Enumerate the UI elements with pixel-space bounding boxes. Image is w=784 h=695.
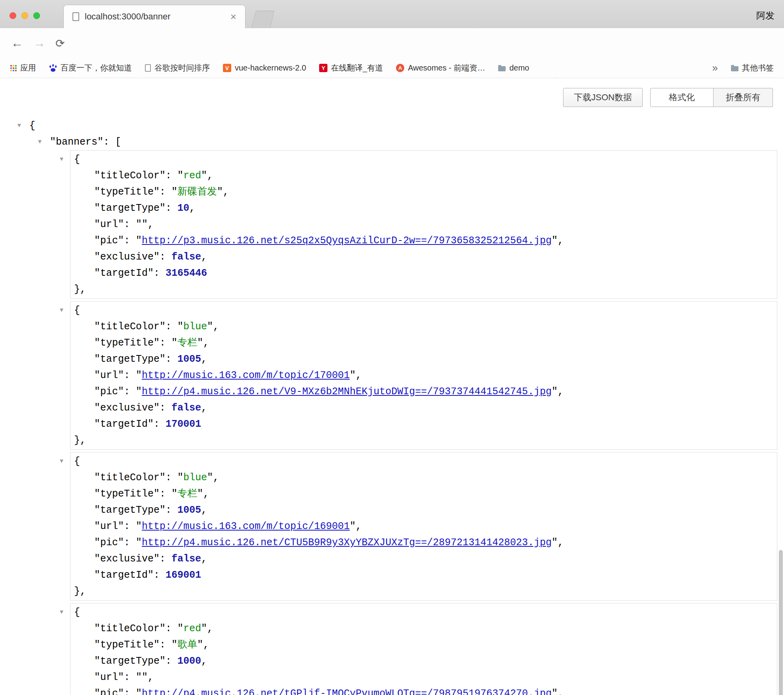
json-property-line: "typeTitle": "新碟首发", (70, 184, 777, 200)
bookmarks-overflow-icon[interactable]: » (712, 62, 718, 74)
bookmark-label: demo (509, 63, 529, 73)
json-property-line: "pic": "http://p4.music.126.net/V9-MXz6b… (70, 384, 777, 400)
json-actions: 下载JSON数据 格式化 折叠所有 (563, 88, 773, 107)
object-open-line: ▼{ (70, 604, 777, 621)
tab-title: localhost:3000/banner (85, 11, 230, 22)
json-property-line: "titleColor": "red", (70, 621, 777, 637)
json-property-line: "url": "http://music.163.com/m/topic/169… (70, 518, 777, 535)
json-link-value[interactable]: http://music.163.com/m/topic/170001 (142, 370, 350, 381)
collapse-toggle-icon[interactable]: ▼ (60, 604, 63, 621)
json-property-line: "targetId": 170001 (70, 416, 777, 432)
json-link-value[interactable]: http://p4.music.126.net/tGPljf-IMOCyPvum… (142, 688, 552, 695)
json-property-line: "pic": "http://p4.music.126.net/CTU5B9R9… (70, 535, 777, 551)
bookmark-label: Awesomes - 前端资… (408, 63, 485, 73)
browser-tab[interactable]: localhost:3000/banner × (63, 5, 245, 28)
bookmark-vue-hackernews[interactable]: V vue-hackernews-2.0 (223, 63, 306, 73)
json-property-line: "typeTitle": "歌单", (70, 637, 777, 653)
close-window-button[interactable] (10, 12, 16, 19)
download-json-button[interactable]: 下载JSON数据 (563, 88, 643, 107)
forward-icon[interactable]: → (33, 28, 46, 58)
json-property-line: "titleColor": "red", (70, 168, 777, 184)
json-property-line: "typeTitle": "专栏", (70, 335, 777, 351)
page-content: 下载JSON数据 格式化 折叠所有 ▼{ ▼"banners": [ ▼{"ti… (0, 78, 784, 695)
banner-object: ▼{"titleColor": "red","typeTitle": "新碟首发… (70, 150, 777, 299)
scrollbar-thumb[interactable] (779, 550, 783, 695)
json-property-line: "pic": "http://p3.music.126.net/s25q2x5Q… (70, 233, 777, 249)
bookmark-youdao-translate[interactable]: Y 在线翻译_有道 (319, 63, 383, 73)
object-open-line: ▼{ (70, 302, 777, 319)
object-open-line: ▼{ (70, 453, 777, 470)
json-link-value[interactable]: http://p4.music.126.net/V9-MXz6b2MNhEKju… (142, 386, 552, 397)
json-property-line: "typeTitle": "专栏", (70, 486, 777, 502)
bookmark-baidu[interactable]: 百度一下，你就知道 (49, 63, 132, 73)
awesomes-badge-icon: A (396, 64, 404, 72)
bookmark-label: 百度一下，你就知道 (61, 63, 132, 73)
collapse-toggle-icon[interactable]: ▼ (17, 118, 29, 134)
banner-object: ▼{"titleColor": "blue","typeTitle": "专栏"… (70, 301, 777, 450)
json-property-line: "exclusive": false, (70, 551, 777, 567)
object-close-line: }, (70, 281, 777, 298)
youdao-badge-icon: Y (319, 64, 327, 72)
bookmark-label: vue-hackernews-2.0 (235, 63, 306, 73)
collapse-toggle-icon[interactable]: ▼ (60, 453, 63, 470)
json-property-line: "exclusive": false, (70, 249, 777, 265)
collapse-all-button[interactable]: 折叠所有 (714, 88, 773, 107)
collapse-toggle-icon[interactable]: ▼ (38, 134, 50, 150)
back-icon[interactable]: ← (11, 28, 23, 58)
banner-object: ▼{"titleColor": "blue","typeTitle": "专栏"… (70, 452, 777, 601)
json-property-line: "exclusive": false, (70, 400, 777, 416)
json-property-line: "targetType": 1000, (70, 653, 777, 669)
open-brace: { (29, 120, 35, 132)
bookmark-google-sort[interactable]: 谷歌按时间排序 (145, 63, 210, 73)
banners-key: banners (56, 136, 97, 148)
json-property-line: "titleColor": "blue", (70, 319, 777, 335)
json-property-line: "targetId": 3165446 (70, 265, 777, 281)
json-property-line: "targetType": 1005, (70, 502, 777, 518)
banner-object: ▼{"titleColor": "red","typeTitle": "歌单",… (70, 603, 777, 695)
json-property-line: "titleColor": "blue", (70, 470, 777, 486)
json-root-line: ▼{ (0, 118, 784, 134)
json-link-value[interactable]: http://p4.music.126.net/CTU5B9R9y3XyYBZX… (142, 537, 552, 548)
json-property-line: "targetType": 1005, (70, 351, 777, 367)
zoom-window-button[interactable] (33, 12, 40, 19)
json-link-value[interactable]: http://music.163.com/m/topic/169001 (142, 521, 350, 532)
object-close-line: }, (70, 432, 777, 449)
format-collapse-group: 格式化 折叠所有 (650, 88, 773, 107)
bookmark-label: 应用 (20, 63, 36, 73)
collapse-toggle-icon[interactable]: ▼ (60, 302, 63, 319)
tab-bar: localhost:3000/banner × 阿发 (0, 0, 784, 28)
bookmark-label: 谷歌按时间排序 (154, 63, 210, 73)
other-bookmarks-label: 其他书签 (742, 63, 774, 73)
browser-toolbar: ← → ⟳ i localhost:3000/banner ☆ V ✎英 FE … (0, 28, 784, 58)
folder-icon (498, 66, 506, 71)
bookmark-label: 在线翻译_有道 (331, 63, 383, 73)
bookmark-apps[interactable]: 应用 (10, 63, 36, 73)
array-open: ": [ (97, 136, 121, 148)
json-property-line: "url": "http://music.163.com/m/topic/170… (70, 367, 777, 384)
bookmark-demo-folder[interactable]: demo (498, 63, 529, 73)
reload-icon[interactable]: ⟳ (55, 28, 65, 58)
other-bookmarks[interactable]: 其他书签 (731, 63, 774, 73)
new-tab-button[interactable] (251, 11, 275, 28)
collapse-toggle-icon[interactable]: ▼ (60, 151, 63, 168)
profile-name[interactable]: 阿发 (756, 10, 774, 22)
vue-badge-icon: V (223, 64, 231, 72)
json-banners-key-line: ▼"banners": [ (0, 134, 784, 150)
json-viewer: ▼{ ▼"banners": [ ▼{"titleColor": "red","… (0, 118, 784, 695)
baidu-paw-icon (49, 64, 57, 72)
json-array-items: ▼{"titleColor": "red","typeTitle": "新碟首发… (70, 150, 777, 695)
minimize-window-button[interactable] (21, 12, 28, 19)
json-property-line: "targetType": 10, (70, 200, 777, 216)
json-property-line: "targetId": 169001 (70, 567, 777, 583)
apps-grid-icon (10, 65, 17, 71)
format-button[interactable]: 格式化 (650, 88, 714, 107)
page-icon (145, 64, 151, 72)
object-close-line: }, (70, 583, 777, 600)
window-controls (10, 12, 40, 19)
bookmark-awesomes[interactable]: A Awesomes - 前端资… (396, 63, 485, 73)
object-open-line: ▼{ (70, 151, 777, 168)
json-property-line: "url": "", (70, 669, 777, 685)
folder-icon (731, 66, 738, 71)
json-link-value[interactable]: http://p3.music.126.net/s25q2x5QyqsAzilC… (142, 235, 552, 246)
tab-close-icon[interactable]: × (230, 11, 236, 22)
